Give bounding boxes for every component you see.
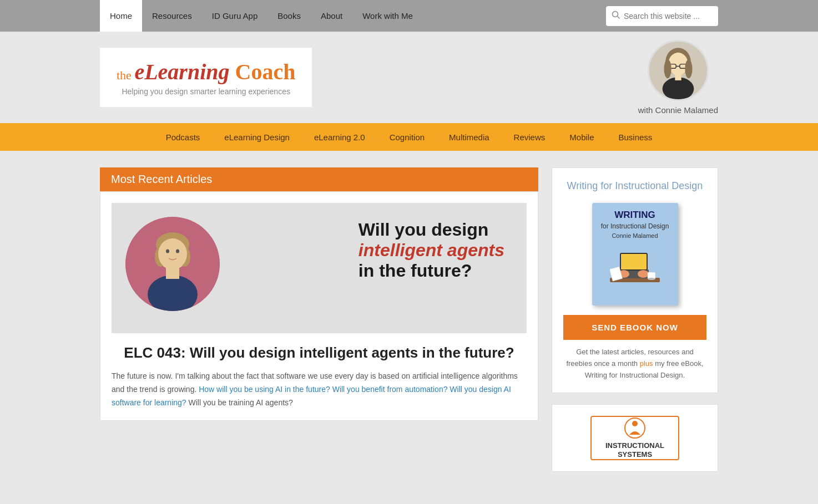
is-logo-text: INSTRUCTIONAL SYSTEMS <box>605 441 664 459</box>
svg-point-19 <box>176 250 179 253</box>
featured-image-inner: Will you design intelligent agents in th… <box>112 203 527 333</box>
book-cover-subtitle: for Instructional Design <box>601 222 669 230</box>
cat-podcasts[interactable]: Podcasts <box>154 123 213 151</box>
logo-title: the eLearning Coach <box>117 59 295 85</box>
site-logo[interactable]: the eLearning Coach Helping you design s… <box>100 48 312 107</box>
sidebar: Writing for Instructional Design WRITING… <box>552 167 718 472</box>
book-cover-author: Connie Malamed <box>612 232 658 239</box>
nav-resources[interactable]: Resources <box>142 0 202 32</box>
svg-point-32 <box>632 421 638 426</box>
logo-coach: Coach <box>235 59 296 84</box>
articles-column: Most Recent Articles <box>100 167 538 472</box>
logo-the: the <box>117 68 134 82</box>
svg-point-10 <box>664 59 671 78</box>
nav-home[interactable]: Home <box>100 0 142 32</box>
featured-line1: Will you design <box>358 220 504 240</box>
svg-point-17 <box>158 238 187 269</box>
svg-rect-21 <box>166 268 179 279</box>
instructional-systems-logo[interactable]: INSTRUCTIONAL SYSTEMS <box>590 416 679 460</box>
author-area: with Connie Malamed <box>638 40 718 115</box>
avatar <box>648 40 709 101</box>
svg-line-1 <box>618 16 620 18</box>
nav-about[interactable]: About <box>311 0 352 32</box>
featured-text-overlay: Will you design intelligent agents in th… <box>358 220 504 281</box>
author-name: with Connie Malamed <box>638 105 718 115</box>
ebook-widget: Writing for Instructional Design WRITING… <box>552 167 718 393</box>
svg-rect-9 <box>675 74 681 80</box>
svg-point-27 <box>638 270 649 278</box>
svg-rect-25 <box>621 254 647 269</box>
svg-point-29 <box>648 278 655 280</box>
widget-title: Writing for Instructional Design <box>563 179 706 193</box>
cat-cognition[interactable]: Cognition <box>377 123 437 151</box>
logo-subtitle: Helping you design smarter learning expe… <box>122 87 290 96</box>
cat-elearning-design[interactable]: eLearning Design <box>212 123 302 151</box>
search-input[interactable] <box>624 12 713 21</box>
articles-box: Will you design intelligent agents in th… <box>100 191 538 421</box>
cat-elearning-20[interactable]: eLearning 2.0 <box>302 123 377 151</box>
category-navigation: Podcasts eLearning Design eLearning 2.0 … <box>0 123 818 151</box>
article-title[interactable]: ELC 043: Will you design intelligent age… <box>112 344 527 362</box>
widget-description: Get the latest articles, resources and f… <box>563 347 706 381</box>
main-content: Most Recent Articles <box>0 151 818 488</box>
svg-point-0 <box>613 11 618 17</box>
book-cover: WRITING for Instructional Design Connie … <box>590 201 679 307</box>
featured-person-avatar <box>125 217 220 311</box>
svg-point-11 <box>685 59 692 78</box>
instructional-systems-widget: INSTRUCTIONAL SYSTEMS <box>552 404 718 472</box>
featured-line2: intelligent agents <box>358 240 504 261</box>
article-excerpt: The future is now. I'm talking about the… <box>112 370 527 409</box>
cat-business[interactable]: Business <box>606 123 664 151</box>
nav-books[interactable]: Books <box>267 0 311 32</box>
is-logo-line1: INSTRUCTIONAL <box>605 441 664 450</box>
nav-work-with-me[interactable]: Work with Me <box>352 0 423 32</box>
is-logo-line2: SYSTEMS <box>605 450 664 459</box>
search-icon <box>612 11 620 22</box>
cat-multimedia[interactable]: Multimedia <box>437 123 502 151</box>
top-navigation: Home Resources ID Guru App Books About W… <box>0 0 818 32</box>
book-cover-title: WRITING <box>614 210 655 221</box>
book-cover-inner: WRITING for Instructional Design Connie … <box>592 203 678 306</box>
is-logo-icon <box>624 417 646 439</box>
excerpt-text-2: Will you be training AI agents? <box>186 398 293 407</box>
svg-point-8 <box>663 77 694 100</box>
logo-elearning: eLearning <box>134 59 229 84</box>
featured-article-image[interactable]: Will you design intelligent agents in th… <box>112 203 527 333</box>
search-box <box>606 6 718 26</box>
cat-reviews[interactable]: Reviews <box>502 123 558 151</box>
featured-line3: in the future? <box>358 261 504 281</box>
site-header: the eLearning Coach Helping you design s… <box>0 32 818 123</box>
book-cover-illustration <box>610 245 660 289</box>
svg-point-18 <box>166 250 169 253</box>
widget-desc-link[interactable]: plus <box>640 359 653 368</box>
cat-mobile[interactable]: Mobile <box>557 123 606 151</box>
nav-id-guru-app[interactable]: ID Guru App <box>202 0 268 32</box>
send-ebook-button[interactable]: SEND EBOOK NOW <box>563 315 706 340</box>
section-header: Most Recent Articles <box>100 167 538 191</box>
